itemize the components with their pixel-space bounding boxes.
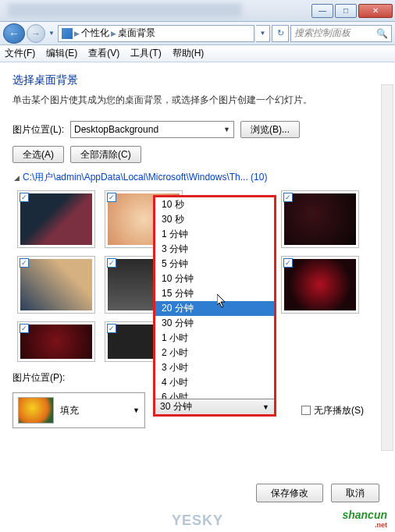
shuffle-checkbox[interactable]	[301, 406, 311, 415]
menu-help[interactable]: 帮助(H)	[173, 47, 205, 60]
watermark-side: shancun .net	[342, 509, 387, 529]
interval-option[interactable]: 1 分钟	[155, 227, 274, 242]
cancel-button[interactable]: 取消	[331, 484, 379, 502]
pic-location-value: DesktopBackground	[74, 124, 158, 135]
thumb-image	[20, 325, 92, 359]
select-all-button[interactable]: 全选(A)	[12, 146, 64, 163]
thumb-image	[20, 259, 92, 310]
fill-mode-combo[interactable]: 填充 ▼	[12, 392, 145, 428]
interval-option[interactable]: 3 小时	[155, 360, 274, 375]
menubar: 文件(F) 编辑(E) 查看(V) 工具(T) 帮助(H)	[0, 45, 395, 62]
wallpaper-thumb[interactable]: ✓	[17, 256, 95, 314]
wallpaper-thumb[interactable]: ✓	[17, 321, 95, 362]
chevron-down-icon: ▼	[262, 403, 269, 411]
breadcrumb-item[interactable]: 个性化	[81, 27, 109, 40]
save-button[interactable]: 保存修改	[256, 484, 323, 502]
thumb-checkbox[interactable]: ✓	[283, 193, 293, 202]
thumb-checkbox[interactable]: ✓	[107, 193, 116, 202]
folder-path-text: C:\用户\admin\AppData\Local\Microsoft\Wind…	[23, 171, 267, 184]
chevron-right-icon: ▶	[111, 30, 116, 37]
thumb-image	[284, 259, 356, 310]
interval-option[interactable]: 15 分钟	[155, 286, 274, 301]
interval-option[interactable]: 10 秒	[155, 197, 274, 212]
pic-location-combo[interactable]: DesktopBackground ▼	[70, 121, 234, 138]
thumb-checkbox[interactable]: ✓	[20, 324, 29, 333]
browse-button[interactable]: 浏览(B)...	[240, 121, 300, 138]
thumb-checkbox[interactable]: ✓	[20, 258, 29, 268]
breadcrumb-dropdown[interactable]: ▼	[256, 25, 270, 42]
page-subtitle: 单击某个图片使其成为您的桌面背景，或选择多个图片创建一个幻灯片。	[12, 94, 383, 107]
search-placeholder: 搜索控制面板	[294, 27, 351, 40]
interval-option[interactable]: 30 分钟	[155, 316, 274, 331]
breadcrumb-item[interactable]: 桌面背景	[118, 27, 155, 40]
thumb-checkbox[interactable]: ✓	[283, 258, 293, 268]
fill-preview-icon	[18, 397, 54, 424]
history-dropdown[interactable]: ▼	[47, 30, 56, 37]
interval-option[interactable]: 20 分钟	[155, 301, 274, 316]
wallpaper-thumb[interactable]: ✓	[281, 256, 359, 314]
interval-option[interactable]: 6 小时	[155, 390, 274, 399]
back-button[interactable]: ←	[3, 23, 25, 44]
interval-option[interactable]: 3 分钟	[155, 242, 274, 257]
interval-current-value: 30 分钟	[160, 400, 192, 413]
chevron-down-icon: ▼	[223, 126, 230, 133]
interval-option[interactable]: 5 分钟	[155, 257, 274, 271]
refresh-button[interactable]: ↻	[272, 25, 289, 42]
shuffle-label: 无序播放(S)	[314, 404, 364, 417]
clear-all-button[interactable]: 全部清除(C)	[70, 146, 141, 163]
navbar: ← → ▼ ▶ 个性化 ▶ 桌面背景 ▼ ↻ 搜索控制面板 🔍	[0, 22, 395, 45]
wallpaper-thumb[interactable]: ✓	[17, 190, 95, 248]
minimize-button[interactable]: —	[311, 4, 333, 18]
close-button[interactable]: ✕	[358, 4, 393, 18]
watermark-side-text: shancun	[342, 509, 387, 521]
menu-file[interactable]: 文件(F)	[5, 47, 35, 60]
menu-edit[interactable]: 编辑(E)	[46, 47, 77, 60]
interval-option[interactable]: 10 分钟	[155, 271, 274, 286]
interval-option-list: 10 秒30 秒1 分钟3 分钟5 分钟10 分钟15 分钟20 分钟30 分钟…	[155, 197, 274, 399]
interval-option[interactable]: 2 小时	[155, 346, 274, 360]
folder-path-link[interactable]: ◢ C:\用户\admin\AppData\Local\Microsoft\Wi…	[14, 171, 383, 184]
pic-location-label: 图片位置(L):	[12, 123, 64, 137]
fill-mode-value: 填充	[60, 404, 79, 417]
interval-dropdown-open: 10 秒30 秒1 分钟3 分钟5 分钟10 分钟15 分钟20 分钟30 分钟…	[153, 195, 276, 417]
footer: 保存修改 取消	[256, 484, 379, 502]
menu-tools[interactable]: 工具(T)	[130, 47, 161, 60]
interval-option[interactable]: 30 秒	[155, 212, 274, 227]
titlebar: — □ ✕	[0, 0, 395, 22]
location-icon	[62, 28, 73, 39]
maximize-button[interactable]: □	[335, 4, 357, 18]
chevron-down-icon: ▼	[133, 406, 140, 414]
interval-option[interactable]: 4 小时	[155, 375, 274, 390]
watermark-net: .net	[342, 521, 387, 529]
titlebar-blur	[8, 3, 242, 17]
forward-button[interactable]: →	[27, 24, 45, 43]
thumb-image	[20, 193, 92, 245]
thumb-checkbox[interactable]: ✓	[107, 324, 116, 333]
wallpaper-thumb[interactable]: ✓	[281, 190, 359, 248]
search-input[interactable]: 搜索控制面板 🔍	[290, 25, 392, 42]
watermark: YESKY	[0, 512, 395, 529]
page-title: 选择桌面背景	[12, 73, 383, 87]
thumb-image	[284, 193, 356, 245]
collapse-icon: ◢	[14, 174, 20, 182]
search-icon: 🔍	[376, 28, 388, 39]
breadcrumb[interactable]: ▶ 个性化 ▶ 桌面背景	[58, 25, 254, 42]
interval-combo[interactable]: 30 分钟 ▼	[155, 399, 274, 414]
interval-option[interactable]: 1 小时	[155, 331, 274, 346]
chevron-right-icon: ▶	[74, 30, 80, 37]
thumb-checkbox[interactable]: ✓	[20, 193, 29, 202]
menu-view[interactable]: 查看(V)	[88, 47, 119, 60]
thumb-checkbox[interactable]: ✓	[107, 258, 116, 268]
